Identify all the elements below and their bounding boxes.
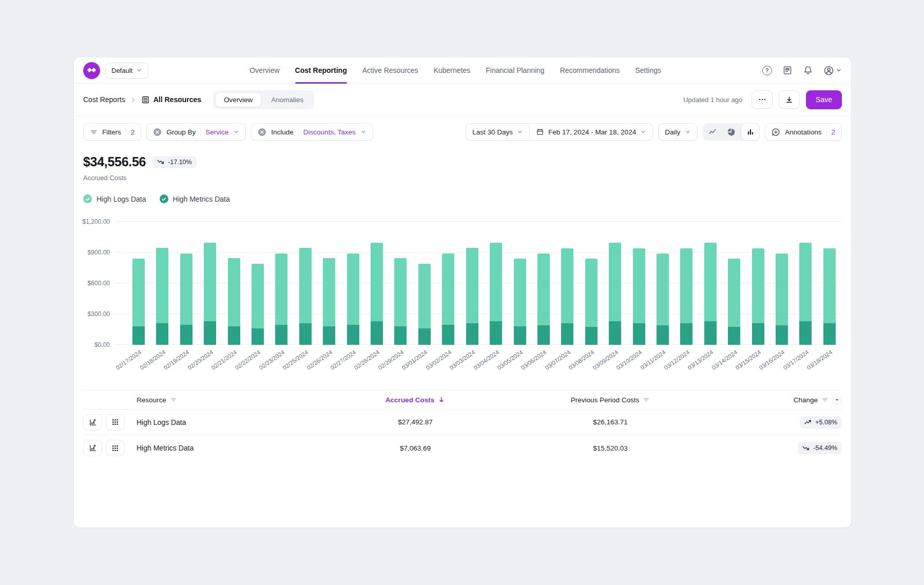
remove-circle-icon[interactable] [153,128,162,136]
workspace-selector[interactable]: Default [105,63,148,79]
nav-item-settings[interactable]: Settings [635,57,661,83]
column-options-button[interactable] [832,396,842,404]
bar-03/10/2024[interactable]: 03/10/2024 [633,222,645,345]
filter-group-left: Filters 2 Group By Service Include Disco… [83,123,373,141]
nav-item-overview[interactable]: Overview [249,57,279,83]
bar-02/19/2024[interactable]: 02/19/2024 [180,222,192,345]
account-menu-button[interactable] [823,65,842,76]
bar-03/04/2024[interactable]: 03/04/2024 [490,222,502,345]
filter-group-right: Last 30 Days Feb 17, 2024 - Mar 18, 2024 [466,123,842,141]
nav-item-kubernetes[interactable]: Kubernetes [434,57,471,83]
bar-03/08/2024[interactable]: 03/08/2024 [585,222,598,345]
remove-circle-icon[interactable] [258,128,266,136]
tab-overview[interactable]: Overview [215,92,261,107]
bar-03/13/2024[interactable]: 03/13/2024 [704,222,717,345]
nav-item-financial-planning[interactable]: Financial Planning [486,57,544,83]
divider [200,128,201,136]
bar-03/11/2024[interactable]: 03/11/2024 [657,222,669,345]
view-tabs: Overview Anomalies [213,90,314,109]
bar-03/09/2024[interactable]: 03/09/2024 [609,222,621,345]
filter-lines-icon[interactable] [821,396,829,403]
bar-03/03/2024[interactable]: 03/03/2024 [466,222,478,345]
help-button[interactable]: ? [762,66,772,75]
column-header-change[interactable]: Change [721,396,842,404]
annotations-button[interactable]: Annotations 2 [765,123,842,141]
nav-item-cost-reporting[interactable]: Cost Reporting [295,57,347,83]
bar-segment-high-metrics-data [514,326,526,345]
bar-03/01/2024[interactable]: 03/01/2024 [418,222,431,345]
table-row-high-logs-data[interactable]: High Logs Data $27,492.87 $26,163.71 +5.… [83,410,842,435]
breadcrumb-cost-reports[interactable]: Cost Reports [83,95,125,104]
bar-03/02/2024[interactable]: 03/02/2024 [442,222,454,345]
bar-02/17/2024[interactable]: 02/17/2024 [132,222,145,345]
report-actions: Updated 1 hour ago Save [683,90,842,109]
nav-item-recommendations[interactable]: Recommendations [560,57,620,83]
y-axis-tick-label: $600.00 [88,280,110,287]
table-row-high-metrics-data[interactable]: High Metrics Data $7,063.69 $15,520.03 -… [83,435,842,461]
tab-anomalies[interactable]: Anomalies [262,92,312,107]
date-range-picker[interactable]: Feb 17, 2024 - Mar 18, 2024 [530,124,652,140]
nav-item-active-resources[interactable]: Active Resources [362,57,418,83]
bar-segment-high-logs-data [132,259,145,326]
breadcrumb-current[interactable]: All Resources [141,95,201,104]
bar-03/17/2024[interactable]: 03/17/2024 [799,222,812,345]
bar-03/14/2024[interactable]: 03/14/2024 [728,222,740,345]
line-chart-toggle[interactable] [703,123,722,141]
bar-02/22/2024[interactable]: 02/22/2024 [252,222,264,345]
legend-item-high-logs-data[interactable]: High Logs Data [83,194,146,203]
download-button[interactable] [779,90,800,109]
bar-segment-high-metrics-data [609,321,621,345]
filter-lines-icon[interactable] [643,396,650,403]
bar-02/27/2024[interactable]: 02/27/2024 [347,222,359,345]
resource-table: Resource Accrued Costs Previous Period C… [83,390,842,461]
vantage-logo-icon[interactable] [83,62,100,79]
chart-type-switcher [703,123,760,141]
column-header-resource[interactable]: Resource [137,396,331,404]
annotations-label: Annotations [785,128,821,136]
bar-segment-high-metrics-data [633,323,645,345]
bar-chart-toggle[interactable] [741,123,760,141]
bar-02/29/2024[interactable]: 02/29/2024 [394,222,407,345]
more-options-button[interactable] [752,90,773,109]
date-preset-dropdown[interactable]: Last 30 Days [466,124,529,140]
bar-02/23/2024[interactable]: 02/23/2024 [275,222,287,345]
bar-segment-high-logs-data [275,254,287,325]
bar-03/05/2024[interactable]: 03/05/2024 [514,222,526,345]
bar-02/18/2024[interactable]: 02/18/2024 [156,222,168,345]
add-to-chart-button[interactable] [83,414,102,431]
bar-03/07/2024[interactable]: 03/07/2024 [561,222,573,345]
include-button[interactable]: Include Discounts, Taxes [251,123,373,141]
bar-segment-high-logs-data [776,254,788,325]
resources-grid-button[interactable] [106,440,125,456]
bar-segment-high-logs-data [633,248,645,323]
bar-03/06/2024[interactable]: 03/06/2024 [537,222,550,345]
granularity-dropdown[interactable]: Daily [658,123,698,141]
pie-chart-toggle[interactable] [722,123,741,141]
legend-item-high-metrics-data[interactable]: High Metrics Data [160,194,230,203]
column-header-accrued-costs[interactable]: Accrued Costs [331,396,500,404]
column-header-previous-period[interactable]: Previous Period Costs [500,396,721,404]
bar-02/20/2024[interactable]: 02/20/2024 [204,222,216,345]
save-button[interactable]: Save [806,90,842,109]
filter-lines-icon[interactable] [170,396,177,403]
bar-03/15/2024[interactable]: 03/15/2024 [752,222,764,345]
group-by-button[interactable]: Group By Service [146,123,246,141]
bar-03/12/2024[interactable]: 03/12/2024 [680,222,692,345]
bar-03/16/2024[interactable]: 03/16/2024 [776,222,788,345]
add-to-chart-button[interactable] [83,440,102,456]
bar-02/25/2024[interactable]: 02/25/2024 [299,222,312,345]
bar-02/21/2024[interactable]: 02/21/2024 [228,222,240,345]
bars-area: 02/17/202402/18/202402/19/202402/20/2024… [115,222,842,345]
resource-name[interactable]: High Logs Data [137,418,331,426]
bar-02/26/2024[interactable]: 02/26/2024 [323,222,335,345]
changelog-button[interactable] [782,65,793,75]
filters-button[interactable]: Filters 2 [83,123,141,141]
resources-grid-button[interactable] [106,414,125,431]
resource-name[interactable]: High Metrics Data [137,444,331,452]
change-value: +5.08% [815,419,837,426]
notifications-button[interactable] [803,65,813,75]
legend-label: High Logs Data [97,195,146,203]
chevron-down-icon [640,129,646,135]
bar-03/18/2024[interactable]: 03/18/2024 [823,222,836,345]
bar-02/28/2024[interactable]: 02/28/2024 [371,222,383,345]
